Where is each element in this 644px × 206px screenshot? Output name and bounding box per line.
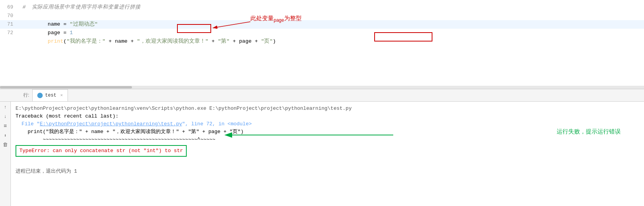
terminal-command-line: E:\pythonProject\project\pythonlearning\… bbox=[16, 105, 639, 113]
type-error-box: TypeError: can only concatenate str (not… bbox=[16, 145, 187, 157]
code-line-70: 70 name = "过期动态" bbox=[0, 12, 644, 20]
code-line-72: 72 print("我的名字是：" + name + "，欢迎大家阅读我的文章！… bbox=[0, 29, 644, 37]
terminal-exit-line: 进程已结束，退出代码为 1 bbox=[16, 168, 639, 175]
download-icon[interactable]: ⬇ bbox=[1, 131, 10, 140]
terminal-empty-line bbox=[16, 158, 639, 166]
code-line-69: 69 # 实际应用场景中常使用字符串和变量进行拼接 bbox=[0, 3, 644, 12]
code-editor: 69 # 实际应用场景中常使用字符串和变量进行拼接 70 name = "过期动… bbox=[0, 0, 644, 89]
file-link[interactable]: E:\pythonProject\project\pythonlearning\… bbox=[40, 121, 182, 127]
line-content-72: print("我的名字是：" + name + "，欢迎大家阅读我的文章！" +… bbox=[19, 29, 644, 54]
tab-close-button[interactable]: × bbox=[60, 93, 63, 98]
horizontal-scrollbar[interactable] bbox=[0, 86, 644, 89]
tab-test[interactable]: test × bbox=[32, 89, 68, 101]
line-number-70: 70 bbox=[0, 12, 19, 20]
scroll-down-icon[interactable]: ↓ bbox=[1, 113, 10, 121]
run-prefix-label: 行: bbox=[23, 89, 32, 101]
terminal-text-area: E:\pythonProject\project\pythonlearning\… bbox=[11, 102, 644, 178]
terminal-annotation: 运行失败，提示运行错误 bbox=[557, 128, 621, 135]
code-lines: 69 # 实际应用场景中常使用字符串和变量进行拼接 70 name = "过期动… bbox=[0, 0, 644, 86]
clear-icon[interactable]: 🗑 bbox=[1, 140, 10, 149]
tab-label: test bbox=[45, 93, 56, 98]
code-line-71: 71 page = 1 bbox=[0, 20, 644, 29]
tab-bar: 行: test × bbox=[0, 89, 644, 102]
wrap-icon[interactable]: ≡ bbox=[1, 122, 10, 130]
python-file-icon bbox=[37, 93, 43, 98]
terminal-tilde-line: ~~~~~~~~~~~~~~~~~~~~~~~~~~~~~~~~~~~~~~~~… bbox=[16, 136, 639, 144]
line-number-69: 69 bbox=[0, 3, 19, 12]
line-number-71: 71 bbox=[0, 20, 19, 29]
terminal-print-line: print("我的名字是：" + name + "，欢迎大家阅读我的文章！" +… bbox=[16, 128, 639, 136]
line-number-72: 72 bbox=[0, 29, 19, 37]
terminal-traceback-line: Traceback (most recent call last): bbox=[16, 113, 639, 120]
scrollbar-thumb[interactable] bbox=[0, 86, 132, 88]
terminal-text-wrapper: E:\pythonProject\project\pythonlearning\… bbox=[11, 102, 644, 206]
line-content-69: # 实际应用场景中常使用字符串和变量进行拼接 bbox=[19, 3, 644, 12]
type-error-container: TypeError: can only concatenate str (not… bbox=[16, 144, 639, 158]
bottom-panel: 行: test × ↑ ↓ ≡ ⬇ 🗑 E:\pythonProject\pro… bbox=[0, 89, 644, 206]
terminal-sidebar: ↑ ↓ ≡ ⬇ 🗑 bbox=[0, 102, 11, 206]
terminal-file-line: File "E:\pythonProject\project\pythonlea… bbox=[16, 120, 639, 128]
terminal-content: ↑ ↓ ≡ ⬇ 🗑 E:\pythonProject\project\pytho… bbox=[0, 102, 644, 206]
scroll-up-icon[interactable]: ↑ bbox=[1, 103, 10, 112]
